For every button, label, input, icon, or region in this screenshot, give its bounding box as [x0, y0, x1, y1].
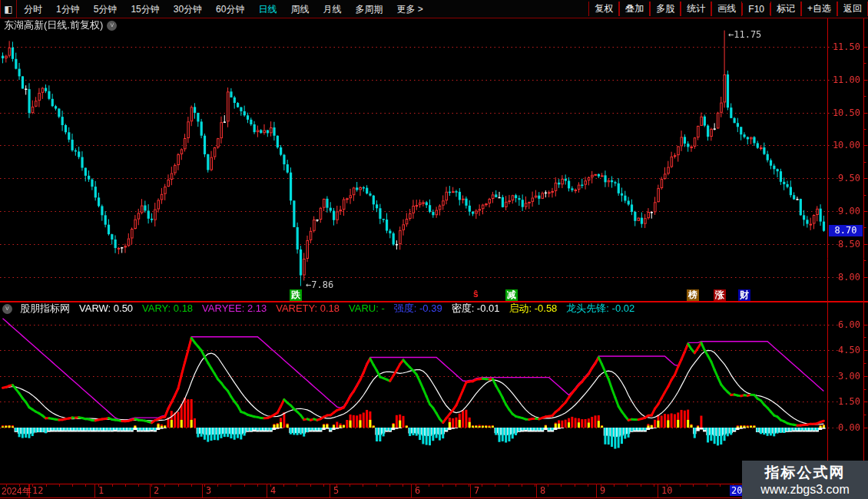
event-marker-3: 榜 [687, 289, 699, 301]
tool-button-1[interactable]: 叠加 [619, 2, 650, 16]
indicator-axis-label: 6.00 [828, 319, 860, 330]
indicator-value-7: 密度: -0.01 [452, 302, 500, 314]
menu-item-9[interactable]: 多周期 [348, 4, 389, 15]
event-marker-1: ŝ [473, 289, 479, 300]
indicator-value-4: VARETY: 0.18 [276, 302, 340, 314]
indicator-value-1: VARW: 0.50 [79, 302, 133, 314]
indicator-value-2: VARY: 0.18 [142, 302, 193, 314]
tool-button-6[interactable]: 标记 [770, 2, 801, 16]
tool-button-4[interactable]: 画线 [711, 2, 742, 16]
price-axis-label: 9.00 [828, 206, 860, 216]
price-axis-label: 11.50 [828, 41, 860, 52]
month-label-6: 6 [415, 485, 420, 496]
menu-item-2[interactable]: 5分钟 [87, 4, 124, 15]
chart-canvas[interactable] [0, 0, 868, 499]
month-label-2: 2 [154, 485, 159, 496]
tool-button-7[interactable]: +自选 [801, 2, 837, 16]
page-title: 东湖高新(日线.前复权) [4, 18, 103, 32]
month-label-5: 5 [333, 485, 339, 496]
tool-button-8[interactable]: 返回 [837, 2, 868, 16]
site-watermark: 指标公式网 www.zbgs3.com [742, 461, 868, 499]
tool-button-2[interactable]: 多股 [650, 2, 681, 16]
month-label-8: 8 [540, 485, 545, 496]
menu-item-10[interactable]: 更多 > [389, 4, 429, 15]
indicator-axis-label: 0.00 [828, 422, 860, 433]
indicator-axis-label: 4.50 [828, 345, 860, 355]
price-axis-label: 8.50 [828, 239, 860, 250]
month-label-4: 4 [270, 485, 276, 496]
menu-item-4[interactable]: 30分钟 [167, 4, 209, 15]
event-marker-4: 涨 [714, 289, 726, 301]
menu-item-5[interactable]: 60分钟 [209, 4, 251, 15]
period-menu: ◧ 分时1分钟5分钟15分钟30分钟60分钟日线周线月线多周期更多 > [0, 0, 430, 18]
event-marker-0: 跌 [290, 289, 302, 301]
indicator-value-0: 股朋指标网 [20, 302, 70, 314]
month-label-10: 10 [661, 485, 672, 496]
price-axis-label: 9.50 [828, 173, 860, 183]
indicator-axis-label: 3.00 [828, 371, 860, 382]
indicator-value-8: 启动: -0.58 [509, 302, 557, 314]
indicator-axis-label: 1.50 [828, 396, 860, 407]
menu-item-8[interactable]: 月线 [316, 4, 348, 15]
app-window: ◧ 分时1分钟5分钟15分钟30分钟60分钟日线周线月线多周期更多 > 复权叠加… [0, 0, 868, 499]
window-split-icon[interactable]: ◧ [0, 0, 17, 18]
menu-item-7[interactable]: 周线 [283, 4, 316, 15]
menu-item-3[interactable]: 15分钟 [124, 4, 166, 15]
month-label-1: 1 [98, 485, 104, 496]
price-axis-label: 11.00 [828, 74, 860, 85]
low-annotation: ←7.86 [306, 279, 333, 290]
chevron-down-circle-icon[interactable]: ˅ [2, 304, 12, 314]
chart-title-row: 东湖高新(日线.前复权) ˅ [4, 18, 117, 32]
price-axis-label: 10.00 [828, 140, 860, 150]
watermark-url: www.zbgs3.com [760, 483, 850, 497]
high-annotation: ←11.75 [728, 29, 761, 40]
indicator-header: ˅ 股朋指标网VARW: 0.50VARY: 0.18VARYEE: 2.13V… [2, 302, 644, 315]
indicator-value-3: VARYEE: 2.13 [202, 302, 267, 314]
menu-item-1[interactable]: 1分钟 [49, 4, 87, 15]
price-axis-label: 8.00 [828, 272, 860, 283]
month-label-12: 12 [32, 485, 43, 496]
indicator-value-9: 龙头先锋: -0.02 [566, 302, 634, 314]
indicator-value-5: VARU: - [349, 302, 385, 314]
last-price-tag: 8.70 [829, 225, 863, 236]
tool-menu: 复权叠加多股统计画线F10标记+自选返回 [588, 0, 868, 18]
month-label-7: 7 [474, 485, 479, 496]
month-label-3: 3 [206, 485, 211, 496]
event-marker-2: 减 [505, 289, 518, 301]
watermark-title: 指标公式网 [765, 463, 846, 483]
event-marker-5: 财 [738, 289, 750, 301]
tool-button-3[interactable]: 统计 [681, 2, 711, 16]
menu-item-0[interactable]: 分时 [17, 4, 49, 15]
month-label-9: 9 [600, 485, 605, 496]
axis-year-label: 2024年 [2, 485, 31, 498]
indicator-value-6: 强度: -0.39 [394, 302, 442, 314]
price-axis-label: 10.50 [828, 107, 860, 118]
tool-button-5[interactable]: F10 [742, 3, 770, 15]
chevron-down-icon[interactable]: ˅ [107, 21, 117, 31]
menu-item-6[interactable]: 日线 [251, 4, 283, 15]
top-menubar: ◧ 分时1分钟5分钟15分钟30分钟60分钟日线周线月线多周期更多 > 复权叠加… [0, 0, 868, 18]
tool-button-0[interactable]: 复权 [588, 2, 619, 16]
